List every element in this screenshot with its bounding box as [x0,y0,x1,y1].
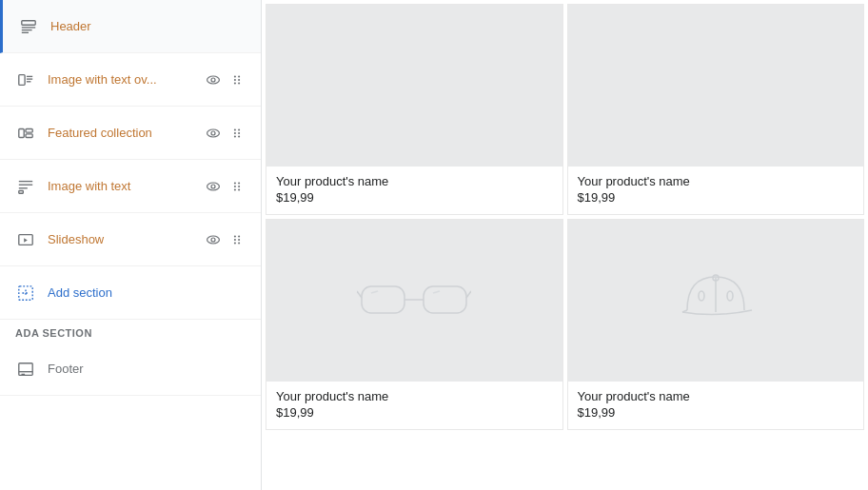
product-name-3: Your product's name [276,389,553,403]
product-price-1: $19,99 [276,190,553,205]
svg-point-21 [234,128,236,130]
svg-rect-54 [362,286,404,313]
product-info-1: Your product's name $19,99 [266,167,562,214]
product-image-1 [266,5,562,167]
product-grid: Your product's name $19,99 Your product'… [262,0,868,434]
product-info-4: Your product's name $19,99 [568,382,864,429]
svg-point-47 [238,242,240,244]
sidebar-item-image-text-ov[interactable]: Image with text ov... [0,53,261,107]
sidebar-item-image-text[interactable]: Image with text [0,160,261,213]
item-actions-slideshow [204,230,246,249]
svg-point-32 [211,185,215,188]
item-actions-image-text-ov [204,70,246,89]
product-image-3 [266,220,562,382]
visibility-toggle-slideshow[interactable] [204,230,223,249]
image-text2-icon [15,176,36,197]
svg-point-44 [234,238,236,240]
sidebar: Header Image with text ov... [0,0,262,490]
product-info-2: Your product's name $19,99 [568,167,864,214]
product-price-2: $19,99 [578,190,855,205]
footer-icon [15,359,36,380]
product-card-1[interactable]: Your product's name $19,99 [266,4,563,215]
svg-point-14 [234,82,236,84]
svg-point-13 [238,78,240,80]
svg-line-57 [357,291,362,298]
svg-point-26 [238,135,240,137]
product-name-2: Your product's name [578,174,855,188]
svg-rect-4 [19,74,25,85]
svg-point-38 [238,188,240,190]
svg-point-36 [238,185,240,186]
svg-point-10 [234,75,236,77]
svg-point-34 [238,182,240,184]
product-price-4: $19,99 [578,405,855,420]
svg-point-19 [207,129,220,137]
product-price-3: $19,99 [276,405,553,420]
svg-point-37 [234,188,236,190]
svg-line-60 [433,291,440,293]
product-image-2 [568,5,864,167]
main-content: Your product's name $19,99 Your product'… [262,0,868,490]
svg-point-20 [211,131,215,135]
product-card-2[interactable]: Your product's name $19,99 [567,4,865,215]
svg-point-8 [207,76,220,84]
product-image-4 [568,220,864,382]
sidebar-item-featured-collection[interactable]: Featured collection [0,107,261,160]
svg-point-41 [211,238,215,242]
visibility-toggle-image-text[interactable] [204,177,223,196]
product-card-3[interactable]: Your product's name $19,99 [266,219,563,430]
product-name-1: Your product's name [276,174,553,188]
svg-line-61 [682,310,687,312]
slideshow-icon [15,229,36,250]
svg-point-15 [238,82,240,84]
sidebar-label-image-text: Image with text [48,179,204,193]
drag-handle-featured[interactable] [228,125,246,142]
svg-point-24 [238,131,240,133]
visibility-toggle-featured[interactable] [204,124,223,143]
svg-point-46 [234,242,236,244]
drag-handle-image-text-ov[interactable] [228,71,246,88]
ada-section-label: Ada section [0,320,261,343]
drag-handle-slideshow[interactable] [228,231,246,248]
svg-point-64 [727,291,733,301]
drag-handle-image-text[interactable] [228,178,246,195]
add-section-icon [15,283,36,304]
header-icon [18,16,39,37]
svg-point-31 [207,183,220,190]
svg-point-63 [699,291,704,301]
svg-point-12 [234,78,236,80]
sidebar-item-slideshow[interactable]: Slideshow [0,213,261,266]
sidebar-item-add-section[interactable]: Add section [0,266,261,320]
svg-point-42 [234,235,236,237]
sidebar-item-header[interactable]: Header [0,0,261,53]
svg-point-43 [238,235,240,237]
sidebar-label-footer: Footer [48,362,246,376]
visibility-toggle-image-text-ov[interactable] [204,70,223,89]
svg-point-33 [234,182,236,184]
sidebar-label-image-text-ov: Image with text ov... [48,72,204,87]
svg-rect-30 [19,190,24,193]
svg-point-45 [238,238,240,240]
sidebar-item-footer[interactable]: Footer [0,343,261,396]
svg-point-25 [234,135,236,137]
sidebar-label-featured: Featured collection [48,126,204,140]
featured-icon [15,123,36,144]
item-actions-image-text [204,177,246,196]
svg-line-58 [466,291,471,298]
svg-point-40 [207,236,220,244]
svg-point-22 [238,128,240,130]
sidebar-label-add-section: Add section [48,285,246,300]
svg-rect-0 [22,20,35,25]
product-name-4: Your product's name [578,389,855,403]
svg-rect-16 [19,128,24,137]
svg-rect-51 [19,363,32,375]
svg-point-23 [234,131,236,133]
image-text-icon [15,69,36,90]
item-actions-featured [204,124,246,143]
product-info-3: Your product's name $19,99 [266,382,562,429]
sidebar-label-header: Header [50,19,246,33]
svg-rect-17 [26,128,32,132]
svg-rect-55 [424,286,466,313]
svg-point-9 [211,78,215,82]
product-card-4[interactable]: Your product's name $19,99 [567,219,865,430]
